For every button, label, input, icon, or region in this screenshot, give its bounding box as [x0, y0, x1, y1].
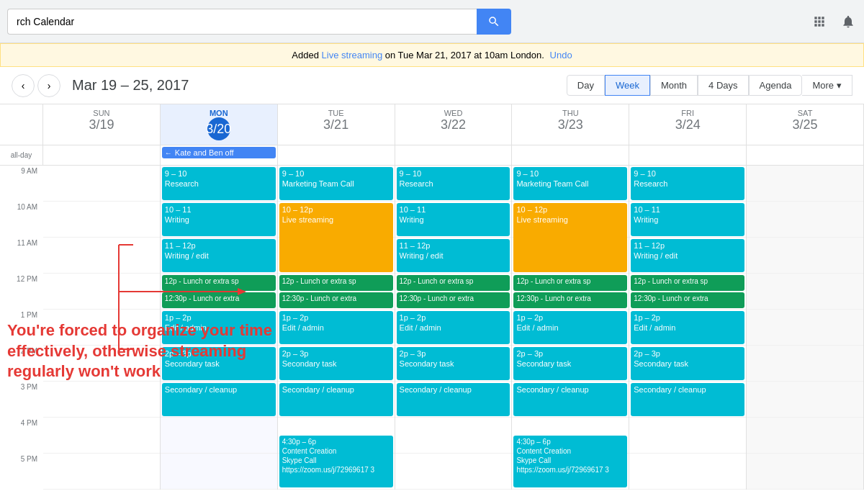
- time-label-3: 3 PM: [0, 382, 43, 418]
- event-thu-skype[interactable]: 4:30p – 6pContent CreationSkype Callhttp…: [513, 436, 627, 487]
- event-tue-lunch2[interactable]: 12:30p - Lunch or extra: [279, 292, 393, 308]
- day-header-thu: THU 3/23: [512, 104, 629, 145]
- all-day-label: all-day: [0, 145, 43, 165]
- all-day-cell-wed: [395, 145, 513, 165]
- notification-bar: Added Live streaming on Tue Mar 21, 2017…: [0, 43, 864, 67]
- chevron-down-icon: ▾: [837, 80, 842, 91]
- event-mon-research[interactable]: 9 – 10Research: [162, 167, 276, 200]
- event-tue-skype[interactable]: 4:30p – 6pContent CreationSkype Callhttp…: [279, 436, 393, 487]
- event-thu-lunch2[interactable]: 12:30p - Lunch or extra: [513, 292, 627, 308]
- search-icon: [487, 15, 500, 28]
- day-col-tue: 9 – 10Marketing Team Call 10 – 12pLive s…: [278, 166, 395, 490]
- event-tue-livestream[interactable]: 10 – 12pLive streaming: [279, 203, 393, 272]
- nav-arrows: ‹ ›: [12, 74, 60, 97]
- event-mon-secondary[interactable]: 2p – 3pSecondary task: [162, 347, 276, 380]
- day-header-mon: MON 3/20: [161, 104, 278, 145]
- all-day-cell-sat: [747, 145, 864, 165]
- event-tue-edit-admin[interactable]: 1p – 2pEdit / admin: [279, 311, 393, 344]
- time-label-12: 12 PM: [0, 274, 43, 310]
- time-corner: [0, 104, 43, 145]
- calendar-toolbar: ‹ › Mar 19 – 25, 2017 Day Week Month 4 D…: [0, 67, 864, 104]
- time-label-1: 1 PM: [0, 310, 43, 346]
- day-header-sun: SUN 3/19: [43, 104, 161, 145]
- event-mon-writing[interactable]: 10 – 11Writing: [162, 203, 276, 236]
- event-wed-secondary[interactable]: 2p – 3pSecondary task: [397, 347, 510, 380]
- more-label: More: [812, 80, 834, 91]
- event-mon-edit-admin[interactable]: 1p – 2pEdit / admin: [162, 311, 276, 344]
- time-grid: 9 AM 10 AM 11 AM 12 PM 1 PM 2 PM 3 PM 4 …: [0, 166, 864, 504]
- event-wed-edit-admin[interactable]: 1p – 2pEdit / admin: [397, 311, 510, 344]
- day-col-fri: 9 – 10Research 10 – 11Writing 11 – 12pWr…: [629, 166, 747, 490]
- prev-button[interactable]: ‹: [12, 74, 35, 97]
- time-label-10: 10 AM: [0, 202, 43, 238]
- view-week-button[interactable]: Week: [605, 75, 650, 96]
- event-tue-lunch1[interactable]: 12p - Lunch or extra sp: [279, 275, 393, 291]
- event-fri-edit-admin[interactable]: 1p – 2pEdit / admin: [631, 311, 744, 344]
- day-col-mon: 9 – 10Research 10 – 11Writing 11 – 12pWr…: [161, 166, 278, 490]
- day-columns: 9 – 10Research 10 – 11Writing 11 – 12pWr…: [43, 166, 864, 504]
- all-day-cell-thu: [512, 145, 629, 165]
- date-range: Mar 19 – 25, 2017: [72, 77, 567, 94]
- view-month-button[interactable]: Month: [650, 75, 698, 96]
- event-thu-edit-admin[interactable]: 1p – 2pEdit / admin: [513, 311, 627, 344]
- day-header-tue: TUE 3/21: [278, 104, 395, 145]
- time-label-11: 11 AM: [0, 238, 43, 274]
- kate-ben-event[interactable]: ← Kate and Ben off: [162, 147, 276, 158]
- all-day-cell-sun: [43, 145, 161, 165]
- event-tue-mktg[interactable]: 9 – 10Marketing Team Call: [279, 167, 393, 200]
- event-thu-lunch1[interactable]: 12p - Lunch or extra sp: [513, 275, 627, 291]
- search-container: [7, 9, 511, 35]
- search-input[interactable]: [7, 9, 477, 35]
- event-fri-writing-edit[interactable]: 11 – 12pWriting / edit: [631, 239, 744, 272]
- apps-icon[interactable]: [811, 13, 828, 30]
- view-day-button[interactable]: Day: [567, 75, 605, 96]
- day-headers: SUN 3/19 MON 3/20 TUE 3/21 WED 3/22 THU …: [0, 104, 864, 145]
- event-wed-writing[interactable]: 10 – 11Writing: [397, 203, 510, 236]
- event-fri-lunch2[interactable]: 12:30p - Lunch or extra: [631, 292, 744, 308]
- event-wed-lunch2[interactable]: 12:30p - Lunch or extra: [397, 292, 510, 308]
- event-mon-lunch2[interactable]: 12:30p - Lunch or extra: [162, 292, 276, 308]
- all-day-cell-mon[interactable]: ← Kate and Ben off: [161, 145, 278, 165]
- time-label-5: 5 PM: [0, 454, 43, 490]
- top-bar: [0, 0, 864, 43]
- day-col-wed: 9 – 10Research 10 – 11Writing 11 – 12pWr…: [395, 166, 513, 490]
- notification-event-link[interactable]: Live streaming: [322, 50, 383, 60]
- event-fri-research[interactable]: 9 – 10Research: [631, 167, 744, 200]
- undo-link[interactable]: Undo: [550, 50, 572, 60]
- next-button[interactable]: ›: [37, 74, 60, 97]
- more-button[interactable]: More ▾: [802, 75, 852, 96]
- day-col-sat: [747, 166, 864, 490]
- time-label-4: 4 PM: [0, 418, 43, 454]
- day-col-sun: [43, 166, 161, 490]
- view-agenda-button[interactable]: Agenda: [749, 75, 803, 96]
- event-wed-writing-edit[interactable]: 11 – 12pWriting / edit: [397, 239, 510, 272]
- event-fri-secondary[interactable]: 2p – 3pSecondary task: [631, 347, 744, 380]
- event-fri-cleanup[interactable]: Secondary / cleanup: [631, 383, 744, 416]
- event-wed-cleanup[interactable]: Secondary / cleanup: [397, 383, 510, 416]
- event-mon-writing-edit[interactable]: 11 – 12pWriting / edit: [162, 239, 276, 272]
- day-header-fri: FRI 3/24: [629, 104, 747, 145]
- search-button[interactable]: [477, 9, 511, 35]
- kate-ben-label: Kate and Ben off: [175, 148, 234, 157]
- event-thu-secondary[interactable]: 2p – 3pSecondary task: [513, 347, 627, 380]
- event-thu-mktg[interactable]: 9 – 10Marketing Team Call: [513, 167, 627, 200]
- notification-text-before: Added: [292, 50, 319, 60]
- view-4days-button[interactable]: 4 Days: [698, 75, 748, 96]
- time-label-2: 2 PM: [0, 346, 43, 382]
- notification-text-after: on Tue Mar 21, 2017 at 10am London.: [385, 50, 544, 60]
- event-tue-secondary[interactable]: 2p – 3pSecondary task: [279, 347, 393, 380]
- event-fri-writing[interactable]: 10 – 11Writing: [631, 203, 744, 236]
- event-tue-cleanup[interactable]: Secondary / cleanup: [279, 383, 393, 416]
- event-fri-lunch1[interactable]: 12p - Lunch or extra sp: [631, 275, 744, 291]
- event-mon-cleanup[interactable]: Secondary / cleanup: [162, 383, 276, 416]
- event-thu-livestream[interactable]: 10 – 12pLive streaming: [513, 203, 627, 272]
- time-label-9: 9 AM: [0, 166, 43, 202]
- notifications-icon[interactable]: [840, 13, 857, 30]
- event-thu-cleanup[interactable]: Secondary / cleanup: [513, 383, 627, 416]
- day-col-thu: 9 – 10Marketing Team Call 10 – 12pLive s…: [512, 166, 629, 490]
- event-wed-lunch1[interactable]: 12p - Lunch or extra sp: [397, 275, 510, 291]
- event-mon-lunch1[interactable]: 12p - Lunch or extra sp: [162, 275, 276, 291]
- day-header-wed: WED 3/22: [395, 104, 513, 145]
- all-day-cell-fri: [629, 145, 747, 165]
- event-wed-research[interactable]: 9 – 10Research: [397, 167, 510, 200]
